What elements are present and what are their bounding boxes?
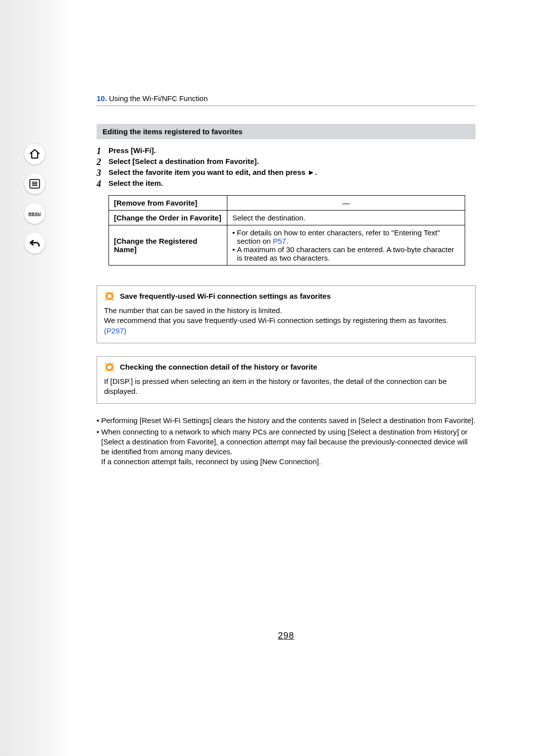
back-icon[interactable]: [24, 233, 45, 254]
chapter-title: Using the Wi-Fi/NFC Function: [109, 94, 208, 103]
page-number: 298: [97, 631, 476, 641]
tip-body: The number that can be saved in the hist…: [104, 306, 468, 316]
tip-title: Checking the connection detail of the hi…: [120, 362, 317, 372]
home-icon[interactable]: [24, 144, 45, 164]
table-cell-label: [Remove from Favorite]: [109, 196, 227, 211]
svg-point-6: [105, 292, 107, 293]
table-cell-label: [Change the Order in Favorite]: [109, 211, 227, 225]
svg-point-9: [112, 299, 114, 301]
tip-icon: [104, 291, 115, 302]
table-cell-value: •For details on how to enter characters,…: [227, 225, 465, 266]
chapter-number: 10.: [97, 94, 107, 103]
sidebar: MENU: [0, 0, 69, 756]
step-number: 1: [97, 146, 108, 157]
step-text: Press [Wi-Fi].: [108, 146, 476, 157]
chapter-header: 10. Using the Wi-Fi/NFC Function: [97, 94, 476, 106]
options-table: [Remove from Favorite] — [Change the Ord…: [108, 195, 465, 266]
step-text: Select [Select a destination from Favori…: [108, 157, 476, 167]
step-number: 2: [97, 157, 108, 167]
footnotes: •Performing [Reset Wi-Fi Settings] clear…: [97, 416, 476, 467]
svg-point-5: [107, 294, 111, 298]
table-row: [Change the Order in Favorite] Select th…: [109, 211, 465, 225]
table-row: [Change the Registered Name] •For detail…: [109, 225, 465, 266]
tip-box: Checking the connection detail of the hi…: [97, 356, 476, 404]
step-number: 4: [97, 179, 108, 189]
page-link[interactable]: (P297): [104, 326, 126, 335]
table-cell-value: —: [227, 196, 465, 211]
steps-list: 1 Press [Wi-Fi]. 2 Select [Select a dest…: [97, 146, 476, 189]
svg-point-11: [107, 365, 111, 369]
page-link[interactable]: P57: [273, 237, 286, 245]
footnote-text: Performing [Reset Wi-Fi Settings] clears…: [101, 416, 475, 426]
step-text: Select the item.: [108, 179, 476, 189]
menu-button[interactable]: MENU: [24, 203, 45, 224]
svg-point-8: [105, 299, 107, 301]
toc-icon[interactable]: [24, 173, 45, 194]
step-number: 3: [97, 168, 108, 178]
tip-box: Save frequently-used Wi-Fi connection se…: [97, 285, 476, 343]
table-row: [Remove from Favorite] —: [109, 196, 465, 211]
table-cell-value: Select the destination.: [227, 211, 465, 225]
table-cell-label: [Change the Registered Name]: [109, 225, 227, 266]
tip-icon: [104, 362, 115, 373]
section-bar: Editing the items registered to favorite…: [97, 124, 476, 139]
svg-point-12: [105, 363, 107, 364]
svg-point-13: [112, 363, 114, 364]
step-text: Select the favorite item you want to edi…: [108, 168, 476, 178]
footnote-text: When connecting to a network to which ma…: [101, 427, 476, 467]
svg-point-14: [105, 370, 107, 372]
tip-body: If [DISP.] is pressed when selecting an …: [104, 377, 468, 397]
svg-point-15: [112, 370, 114, 372]
svg-point-7: [112, 292, 114, 293]
tip-title: Save frequently-used Wi-Fi connection se…: [120, 291, 331, 301]
tip-body: We recommend that you save frequently-us…: [104, 316, 468, 336]
